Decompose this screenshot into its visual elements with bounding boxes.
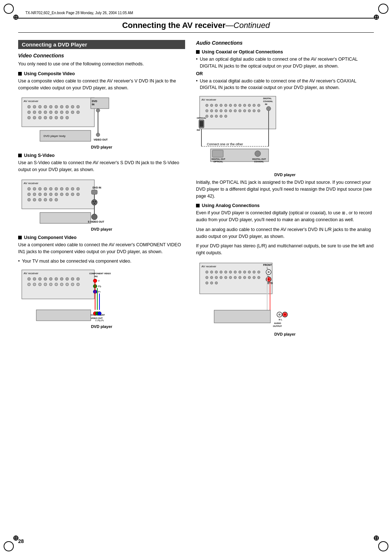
svg-text:Pr: Pr xyxy=(98,291,101,293)
composite-diagram: AV receiver xyxy=(18,94,120,145)
svg-point-185 xyxy=(220,276,222,279)
section-title: Connecting a DVD Player xyxy=(18,40,185,49)
svg-point-14 xyxy=(38,111,41,114)
svg-point-172 xyxy=(215,271,218,273)
audio-connections-heading: Audio Connections xyxy=(196,40,374,46)
svg-point-4 xyxy=(38,105,41,108)
svg-point-95 xyxy=(60,283,63,286)
svg-point-120 xyxy=(211,104,213,107)
svg-text:Pb: Pb xyxy=(98,285,101,288)
svg-point-19 xyxy=(66,111,69,114)
svg-point-16 xyxy=(49,111,52,114)
svg-point-61 xyxy=(28,198,30,201)
file-info: TX-NR702,602_En.book Page 28 Monday, Jul… xyxy=(18,11,374,15)
svg-rect-207 xyxy=(214,310,270,323)
coaxial-dvd-label: DVD player xyxy=(196,173,374,177)
coaxial-optical-diagram: AV receiver xyxy=(196,93,305,173)
svg-text:OPTICAL: OPTICAL xyxy=(197,117,207,119)
svg-point-196 xyxy=(215,281,218,284)
svg-point-91 xyxy=(38,283,41,286)
svg-point-88 xyxy=(77,278,79,280)
svg-point-203 xyxy=(268,278,270,280)
svg-point-73 xyxy=(94,203,95,204)
svg-point-84 xyxy=(55,278,58,280)
svg-point-184 xyxy=(215,276,218,279)
svg-point-53 xyxy=(38,193,41,196)
svg-point-195 xyxy=(211,281,213,284)
svg-point-128 xyxy=(248,104,251,107)
optical-bullet-text: Use an optical digital audio cable to co… xyxy=(196,56,374,70)
svg-point-85 xyxy=(60,278,63,280)
svg-text:DVD IN: DVD IN xyxy=(93,186,101,189)
svideo-bullet-sq xyxy=(18,154,22,157)
svg-text:AUDIO: AUDIO xyxy=(274,322,281,324)
svg-point-83 xyxy=(49,278,52,280)
composite-text: Use a composite video cable to connect t… xyxy=(18,78,185,92)
main-heading-text: Connecting the AV receiver xyxy=(122,21,225,30)
svg-point-6 xyxy=(49,105,52,108)
svg-point-18 xyxy=(60,111,63,114)
video-connections-heading: Video Connections xyxy=(18,53,185,58)
svg-point-138 xyxy=(239,110,241,112)
component-bullet-dot: Your TV must also be connected via compo… xyxy=(18,258,185,265)
svg-point-79 xyxy=(28,278,30,280)
crosshair-tl: ⊕ xyxy=(13,13,19,21)
svg-point-72 xyxy=(95,201,96,202)
svg-point-48 xyxy=(66,187,69,190)
svg-text:DIGITAL: DIGITAL xyxy=(263,97,272,100)
svg-text:OUTPUT: OUTPUT xyxy=(273,325,282,327)
svg-point-28 xyxy=(60,116,63,119)
svg-point-86 xyxy=(66,278,69,280)
svg-point-191 xyxy=(248,276,251,279)
svg-point-87 xyxy=(71,278,74,280)
svg-point-2 xyxy=(28,105,30,108)
svg-point-63 xyxy=(38,198,41,201)
svg-point-33 xyxy=(96,109,100,112)
svg-text:FRONT: FRONT xyxy=(263,264,272,266)
svg-point-45 xyxy=(49,187,52,190)
svg-point-174 xyxy=(225,271,227,273)
svg-point-49 xyxy=(71,187,74,190)
svg-point-183 xyxy=(211,276,213,279)
svg-point-23 xyxy=(33,116,36,119)
svg-text:L: L xyxy=(267,267,268,269)
svg-text:IN1: IN1 xyxy=(197,129,200,131)
svg-point-50 xyxy=(77,187,79,190)
svg-point-173 xyxy=(220,271,222,273)
svg-point-126 xyxy=(239,104,241,107)
svg-point-22 xyxy=(28,116,30,119)
coaxial-optical-heading: Using Coaxial or Optical Connections xyxy=(196,49,374,54)
svg-point-58 xyxy=(66,193,69,196)
svideo-diagram-wrap: AV receiver xyxy=(18,176,185,231)
svg-text:VIDEO OUT: VIDEO OUT xyxy=(94,138,108,141)
svg-point-94 xyxy=(55,283,58,286)
svg-point-123 xyxy=(225,104,227,107)
svg-point-11 xyxy=(77,105,79,108)
analog-heading: Using Analog Connections xyxy=(196,203,374,208)
svg-point-131 xyxy=(206,110,208,112)
svg-text:DVD: DVD xyxy=(92,100,97,102)
svg-point-42 xyxy=(33,187,36,190)
svg-point-209 xyxy=(278,313,281,316)
svg-point-59 xyxy=(71,193,74,196)
svg-point-136 xyxy=(229,110,232,112)
svg-text:AV receiver: AV receiver xyxy=(24,100,38,103)
svg-point-189 xyxy=(239,276,241,279)
analog-text1: Even if your DVD player is connected dig… xyxy=(196,210,374,223)
svg-point-194 xyxy=(206,281,208,284)
svg-point-97 xyxy=(71,283,74,286)
component-heading: Using Component Video xyxy=(18,235,185,240)
reg-circle-tr xyxy=(378,4,388,14)
svg-point-186 xyxy=(225,276,227,279)
svg-point-132 xyxy=(211,110,213,112)
svg-point-175 xyxy=(229,271,232,273)
svg-point-44 xyxy=(44,187,47,190)
svg-text:S VIDEO OUT: S VIDEO OUT xyxy=(88,220,105,223)
svg-point-145 xyxy=(215,115,218,118)
svg-point-64 xyxy=(44,198,47,201)
analog-diagram-wrap: AV receiver xyxy=(196,259,374,336)
main-heading-continued: —Continued xyxy=(225,21,270,30)
svg-point-122 xyxy=(220,104,222,107)
svg-text:DIGITAL OUT: DIGITAL OUT xyxy=(252,158,266,160)
svg-point-135 xyxy=(225,110,227,112)
